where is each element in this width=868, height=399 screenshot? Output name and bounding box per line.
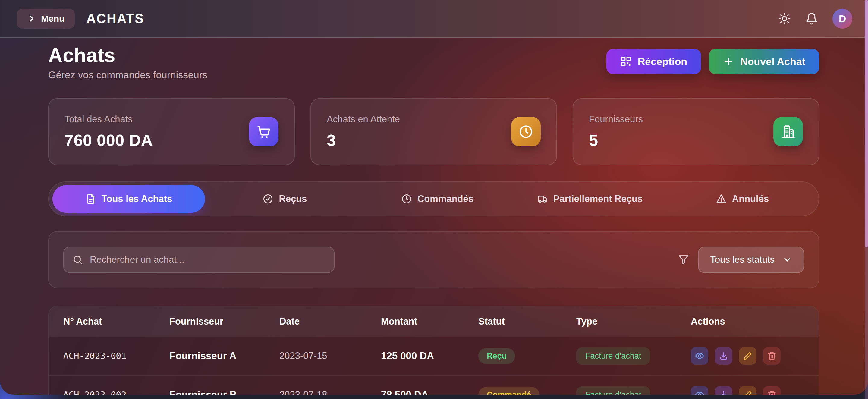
row-actions xyxy=(691,347,804,365)
menu-label: Menu xyxy=(41,13,64,24)
filter-right: Tous les statuts xyxy=(678,247,804,273)
stat-label: Achats en Attente xyxy=(327,114,400,125)
tab-label: Partiellement Reçus xyxy=(553,193,643,204)
bell-icon xyxy=(805,12,818,25)
status-filter-dropdown[interactable]: Tous les statuts xyxy=(698,247,804,273)
tab-label: Tous les Achats xyxy=(101,193,172,204)
purchase-id: ACH-2023-002 xyxy=(63,390,169,395)
download-icon xyxy=(719,390,728,395)
page-header: Achats Gérez vos commandes fournisseurs … xyxy=(48,45,819,81)
building-icon xyxy=(773,117,803,147)
clock-icon xyxy=(511,117,541,147)
page-scrollbar[interactable] xyxy=(865,0,868,399)
col-header-type: Type xyxy=(576,316,691,327)
shopping-cart-icon xyxy=(249,117,278,147)
qr-code-icon xyxy=(620,56,632,67)
pencil-icon xyxy=(743,390,752,395)
status-badge: Commandé xyxy=(478,387,539,395)
file-text-icon xyxy=(85,193,96,204)
pencil-icon xyxy=(743,351,752,361)
tab-label: Annulés xyxy=(732,193,769,204)
new-purchase-button[interactable]: Nouvel Achat xyxy=(709,49,819,74)
theme-toggle-button[interactable] xyxy=(778,12,791,25)
view-button[interactable] xyxy=(691,347,708,365)
trash-icon xyxy=(767,351,777,361)
purchase-date: 2023-07-18 xyxy=(279,389,381,395)
edit-button[interactable] xyxy=(739,347,756,365)
stats-row: Total des Achats 760 000 DA Achats en At… xyxy=(48,98,819,165)
clock-icon xyxy=(401,193,412,204)
type-badge: Facture d'achat xyxy=(576,347,650,365)
eye-icon xyxy=(695,390,704,395)
stat-value: 3 xyxy=(327,131,400,150)
tab-recus[interactable]: Reçus xyxy=(209,182,361,216)
app-title: ACHATS xyxy=(86,11,144,26)
scrollbar-thumb[interactable] xyxy=(865,0,868,247)
col-header-actions: Actions xyxy=(691,316,804,327)
page-title: Achats xyxy=(48,45,207,65)
stat-card-pending-purchases: Achats en Attente 3 xyxy=(310,98,557,165)
row-actions xyxy=(691,386,804,395)
stat-card-suppliers: Fournisseurs 5 xyxy=(572,98,819,165)
menu-button[interactable]: Menu xyxy=(17,9,75,29)
purchase-row: ACH-2023-001 Fournisseur A 2023-07-15 12… xyxy=(49,337,818,375)
purchase-amount: 78 500 DA xyxy=(381,389,478,395)
search-icon xyxy=(72,254,83,265)
download-button[interactable] xyxy=(715,347,733,365)
delete-button[interactable] xyxy=(763,347,781,365)
page-subtitle: Gérez vos commandes fournisseurs xyxy=(48,69,207,81)
download-icon xyxy=(719,351,728,361)
alert-triangle-icon xyxy=(716,193,727,204)
purchases-table: N° Achat Fournisseur Date Montant Statut… xyxy=(48,306,819,395)
reception-button[interactable]: Réception xyxy=(607,49,701,74)
reception-label: Réception xyxy=(638,56,687,67)
status-badge: Reçu xyxy=(478,348,515,364)
plus-icon xyxy=(723,56,734,67)
tab-commandes[interactable]: Commandés xyxy=(361,182,514,216)
col-header-numero: N° Achat xyxy=(63,316,169,327)
circle-check-icon xyxy=(262,193,273,204)
status-filter-value: Tous les statuts xyxy=(710,254,775,265)
tab-tous-les-achats[interactable]: Tous les Achats xyxy=(53,185,205,213)
purchase-supplier: Fournisseur B xyxy=(169,389,279,395)
delete-button[interactable] xyxy=(763,386,781,395)
stat-label: Total des Achats xyxy=(64,114,153,125)
stat-value: 5 xyxy=(589,131,643,150)
type-badge: Facture d'achat xyxy=(576,386,650,395)
col-header-statut: Statut xyxy=(478,316,576,327)
eye-icon xyxy=(695,351,704,361)
user-avatar[interactable]: D xyxy=(832,9,852,29)
edit-button[interactable] xyxy=(739,386,756,395)
purchase-row: ACH-2023-002 Fournisseur B 2023-07-18 78… xyxy=(49,375,818,395)
col-header-montant: Montant xyxy=(381,316,478,327)
truck-icon xyxy=(537,193,548,204)
chevron-right-icon xyxy=(27,14,36,23)
funnel-icon xyxy=(678,254,689,266)
purchase-date: 2023-07-15 xyxy=(279,350,381,361)
search-input[interactable] xyxy=(63,247,335,273)
tab-annules[interactable]: Annulés xyxy=(666,182,818,216)
purchase-id: ACH-2023-001 xyxy=(63,351,169,361)
tab-partiellement-recus[interactable]: Partiellement Reçus xyxy=(514,182,666,216)
notifications-button[interactable] xyxy=(805,12,818,25)
stat-card-total-purchases: Total des Achats 760 000 DA xyxy=(48,98,295,165)
app-root: Menu ACHATS D Achats Gérez vos commandes… xyxy=(0,0,868,395)
purchase-amount: 125 000 DA xyxy=(381,350,478,362)
download-button[interactable] xyxy=(715,386,733,395)
purchase-supplier: Fournisseur A xyxy=(169,350,279,362)
main-content: Achats Gérez vos commandes fournisseurs … xyxy=(0,38,868,395)
header-actions: Réception Nouvel Achat xyxy=(607,49,819,74)
stat-value: 760 000 DA xyxy=(64,131,153,150)
search-wrap xyxy=(63,247,335,273)
view-button[interactable] xyxy=(691,386,708,395)
status-tabs: Tous les Achats Reçus Commandés Partiell… xyxy=(48,181,819,216)
filter-bar: Tous les statuts xyxy=(48,231,819,288)
new-purchase-label: Nouvel Achat xyxy=(740,56,805,67)
stat-label: Fournisseurs xyxy=(589,114,643,125)
tab-label: Reçus xyxy=(279,193,307,204)
topbar-actions: D xyxy=(778,9,852,29)
tab-label: Commandés xyxy=(417,193,473,204)
trash-icon xyxy=(767,390,777,395)
col-header-date: Date xyxy=(279,316,381,327)
avatar-initial: D xyxy=(839,13,846,25)
